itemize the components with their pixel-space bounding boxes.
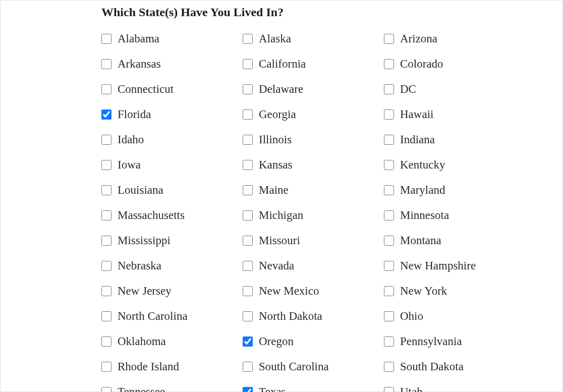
checkbox-label-alaska[interactable]: Alaska — [259, 32, 291, 45]
checkbox-illinois[interactable] — [243, 135, 253, 145]
checkbox-item-utah: Utah — [384, 379, 525, 392]
checkbox-label-hawaii[interactable]: Hawaii — [400, 108, 433, 121]
checkbox-texas[interactable] — [243, 387, 253, 392]
checkbox-item-illinois: Illinois — [243, 127, 384, 152]
checkbox-label-north-carolina[interactable]: North Carolina — [118, 310, 188, 323]
checkbox-kentucky[interactable] — [384, 160, 394, 170]
checkbox-label-maryland[interactable]: Maryland — [400, 184, 445, 197]
checkbox-item-mississippi: Mississippi — [101, 228, 243, 253]
checkbox-label-california[interactable]: California — [259, 58, 306, 71]
checkbox-label-arizona[interactable]: Arizona — [400, 32, 437, 45]
checkbox-label-nebraska[interactable]: Nebraska — [118, 259, 161, 272]
checkbox-label-georgia[interactable]: Georgia — [259, 108, 296, 121]
checkbox-label-missouri[interactable]: Missouri — [259, 234, 300, 247]
checkbox-maryland[interactable] — [384, 185, 394, 195]
checkbox-nevada[interactable] — [243, 261, 253, 271]
checkbox-grid: AlabamaAlaskaArizonaArkansasCaliforniaCo… — [101, 26, 562, 392]
checkbox-oregon[interactable] — [243, 337, 253, 347]
checkbox-label-rhode-island[interactable]: Rhode Island — [118, 360, 179, 373]
checkbox-label-new-hampshire[interactable]: New Hampshire — [400, 259, 476, 272]
checkbox-alabama[interactable] — [101, 34, 111, 44]
checkbox-label-new-jersey[interactable]: New Jersey — [118, 285, 172, 298]
checkbox-utah[interactable] — [384, 387, 394, 392]
checkbox-label-tennessee[interactable]: Tennessee — [118, 385, 165, 392]
checkbox-label-ohio[interactable]: Ohio — [400, 310, 423, 323]
checkbox-north-carolina[interactable] — [101, 311, 111, 321]
checkbox-new-jersey[interactable] — [101, 286, 111, 296]
checkbox-item-hawaii: Hawaii — [384, 102, 525, 127]
checkbox-south-dakota[interactable] — [384, 362, 394, 372]
checkbox-ohio[interactable] — [384, 311, 394, 321]
checkbox-item-delaware: Delaware — [243, 77, 384, 102]
checkbox-item-new-jersey: New Jersey — [101, 278, 243, 304]
checkbox-label-dc[interactable]: DC — [400, 83, 416, 96]
checkbox-montana[interactable] — [384, 236, 394, 246]
checkbox-louisiana[interactable] — [101, 185, 111, 195]
checkbox-iowa[interactable] — [101, 160, 111, 170]
checkbox-california[interactable] — [243, 59, 253, 69]
checkbox-label-indiana[interactable]: Indiana — [400, 133, 435, 146]
checkbox-label-arkansas[interactable]: Arkansas — [118, 58, 161, 71]
checkbox-alaska[interactable] — [243, 34, 253, 44]
checkbox-label-delaware[interactable]: Delaware — [259, 83, 303, 96]
checkbox-label-maine[interactable]: Maine — [259, 184, 289, 197]
checkbox-delaware[interactable] — [243, 84, 253, 94]
checkbox-new-mexico[interactable] — [243, 286, 253, 296]
checkbox-nebraska[interactable] — [101, 261, 111, 271]
checkbox-label-kentucky[interactable]: Kentucky — [400, 158, 445, 172]
checkbox-missouri[interactable] — [243, 236, 253, 246]
checkbox-kansas[interactable] — [243, 160, 253, 170]
checkbox-north-dakota[interactable] — [243, 311, 253, 321]
checkbox-label-oregon[interactable]: Oregon — [259, 335, 294, 348]
checkbox-label-montana[interactable]: Montana — [400, 234, 441, 247]
checkbox-label-oklahoma[interactable]: Oklahoma — [118, 335, 166, 348]
checkbox-label-connecticut[interactable]: Connecticut — [118, 83, 174, 96]
checkbox-label-mississippi[interactable]: Mississippi — [118, 234, 171, 247]
checkbox-michigan[interactable] — [243, 210, 253, 220]
checkbox-pennsylvania[interactable] — [384, 337, 394, 347]
checkbox-label-minnesota[interactable]: Minnesota — [400, 209, 449, 222]
checkbox-arkansas[interactable] — [101, 59, 111, 69]
checkbox-maine[interactable] — [243, 185, 253, 195]
checkbox-label-texas[interactable]: Texas — [259, 385, 286, 392]
checkbox-idaho[interactable] — [101, 135, 111, 145]
checkbox-label-south-carolina[interactable]: South Carolina — [259, 360, 329, 373]
checkbox-minnesota[interactable] — [384, 210, 394, 220]
checkbox-massachusetts[interactable] — [101, 210, 111, 220]
checkbox-label-idaho[interactable]: Idaho — [118, 133, 144, 146]
checkbox-dc[interactable] — [384, 84, 394, 94]
checkbox-oklahoma[interactable] — [101, 337, 111, 347]
checkbox-tennessee[interactable] — [101, 387, 111, 392]
checkbox-label-florida[interactable]: Florida — [118, 108, 151, 121]
checkbox-label-north-dakota[interactable]: North Dakota — [259, 310, 322, 323]
checkbox-label-michigan[interactable]: Michigan — [259, 209, 303, 222]
checkbox-label-kansas[interactable]: Kansas — [259, 158, 292, 172]
checkbox-item-colorado: Colorado — [384, 51, 525, 77]
checkbox-label-massachusetts[interactable]: Massachusetts — [118, 209, 185, 222]
checkbox-label-new-york[interactable]: New York — [400, 285, 447, 298]
checkbox-item-new-mexico: New Mexico — [243, 278, 384, 304]
checkbox-label-alabama[interactable]: Alabama — [118, 32, 159, 45]
checkbox-label-new-mexico[interactable]: New Mexico — [259, 285, 319, 298]
checkbox-new-hampshire[interactable] — [384, 261, 394, 271]
checkbox-label-south-dakota[interactable]: South Dakota — [400, 360, 464, 373]
checkbox-georgia[interactable] — [243, 109, 253, 120]
checkbox-florida[interactable] — [101, 109, 111, 120]
checkbox-arizona[interactable] — [384, 34, 394, 44]
checkbox-mississippi[interactable] — [101, 236, 111, 246]
checkbox-label-colorado[interactable]: Colorado — [400, 58, 443, 71]
checkbox-colorado[interactable] — [384, 59, 394, 69]
checkbox-label-louisiana[interactable]: Louisiana — [118, 184, 163, 197]
checkbox-label-utah[interactable]: Utah — [400, 385, 423, 392]
checkbox-label-pennsylvania[interactable]: Pennsylvania — [400, 335, 462, 348]
checkbox-item-indiana: Indiana — [384, 127, 525, 152]
checkbox-new-york[interactable] — [384, 286, 394, 296]
checkbox-south-carolina[interactable] — [243, 362, 253, 372]
checkbox-hawaii[interactable] — [384, 109, 394, 120]
checkbox-label-nevada[interactable]: Nevada — [259, 259, 294, 272]
checkbox-indiana[interactable] — [384, 135, 394, 145]
checkbox-label-iowa[interactable]: Iowa — [118, 158, 141, 172]
checkbox-connecticut[interactable] — [101, 84, 111, 94]
checkbox-rhode-island[interactable] — [101, 362, 111, 372]
checkbox-label-illinois[interactable]: Illinois — [259, 133, 292, 146]
